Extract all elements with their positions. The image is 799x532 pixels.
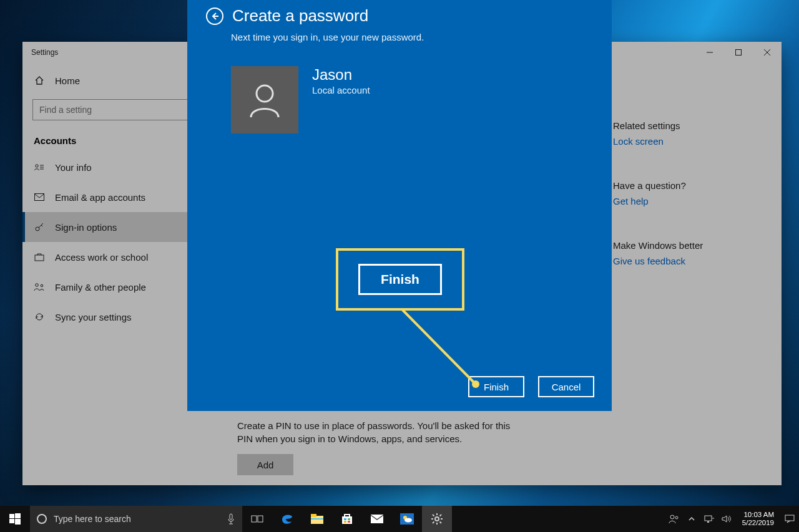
edge-icon[interactable] <box>272 506 302 532</box>
briefcase-icon <box>34 253 45 261</box>
svg-rect-19 <box>15 519 21 525</box>
sidebar-item-label: Email & app accounts <box>55 192 145 203</box>
sidebar-item-label: Sign-in options <box>55 222 117 233</box>
svg-line-42 <box>440 522 442 524</box>
svg-point-13 <box>257 85 273 102</box>
volume-tray-icon[interactable] <box>720 515 733 523</box>
action-center-icon[interactable] <box>783 515 797 523</box>
have-question-heading: Have a question? <box>613 180 757 191</box>
mail-app-icon[interactable] <box>362 506 392 532</box>
taskbar-search[interactable]: Type here to search <box>30 506 242 532</box>
settings-rightpane: Related settings Lock screen Have a ques… <box>613 63 757 467</box>
system-tray: 10:03 AM 5/22/2019 <box>667 506 799 532</box>
pin-description-line2: PIN when you sign in to Windows, apps, a… <box>237 432 562 445</box>
lock-screen-link[interactable]: Lock screen <box>613 136 757 147</box>
svg-rect-28 <box>344 518 346 520</box>
settings-window-title: Settings <box>31 48 58 57</box>
user-avatar <box>231 66 298 133</box>
svg-rect-29 <box>348 518 350 520</box>
svg-rect-48 <box>707 521 709 523</box>
svg-point-35 <box>404 518 412 523</box>
svg-rect-18 <box>9 519 14 523</box>
svg-rect-27 <box>342 516 352 524</box>
mail-icon <box>34 193 45 201</box>
svg-rect-22 <box>252 516 257 522</box>
svg-point-20 <box>37 515 46 523</box>
svg-point-45 <box>670 515 674 519</box>
weather-app-icon[interactable] <box>392 506 422 532</box>
home-icon <box>34 75 45 85</box>
cortana-icon <box>36 513 47 525</box>
back-button[interactable] <box>206 7 223 25</box>
svg-rect-17 <box>15 513 21 518</box>
user-account-type: Local account <box>312 85 370 95</box>
store-icon[interactable] <box>332 506 362 532</box>
svg-point-11 <box>36 284 39 287</box>
callout-highlight: Finish <box>336 248 464 311</box>
svg-line-41 <box>433 515 434 516</box>
svg-rect-23 <box>258 516 263 522</box>
create-password-dialog: Create a password Next time you sign in,… <box>187 0 612 411</box>
svg-rect-8 <box>35 194 44 201</box>
svg-rect-21 <box>230 514 232 520</box>
sidebar-item-label: Family & other people <box>55 282 146 293</box>
sidebar-item-label: Your info <box>55 162 92 173</box>
close-button[interactable] <box>753 42 782 63</box>
dialog-subtitle: Next time you sign in, use your new pass… <box>231 32 593 42</box>
settings-app-icon[interactable] <box>422 506 452 532</box>
make-windows-better-heading: Make Windows better <box>613 240 757 251</box>
svg-point-4 <box>36 165 38 167</box>
maximize-button[interactable] <box>724 42 753 63</box>
taskbar-search-placeholder: Type here to search <box>54 514 131 524</box>
svg-rect-26 <box>311 518 323 520</box>
svg-rect-32 <box>371 515 383 523</box>
file-explorer-icon[interactable] <box>302 506 332 532</box>
taskbar: Type here to search <box>0 506 799 532</box>
svg-rect-30 <box>344 521 346 523</box>
window-controls <box>695 42 782 63</box>
callout-finish-button: Finish <box>358 264 442 295</box>
pin-section: Create a PIN to use in place of password… <box>237 419 562 475</box>
microphone-icon[interactable] <box>227 513 235 525</box>
taskbar-pinned <box>242 506 452 532</box>
sidebar-item-label: Access work or school <box>55 252 148 263</box>
add-pin-button[interactable]: Add <box>237 454 293 475</box>
svg-line-43 <box>440 515 442 516</box>
person-card-icon <box>34 163 45 172</box>
people-tray-icon[interactable] <box>667 514 681 524</box>
minimize-button[interactable] <box>695 42 724 63</box>
svg-rect-1 <box>736 50 742 56</box>
svg-rect-25 <box>311 514 316 517</box>
svg-rect-10 <box>35 255 44 261</box>
tray-clock[interactable]: 10:03 AM 5/22/2019 <box>737 511 779 527</box>
sync-icon <box>34 312 45 322</box>
svg-rect-47 <box>705 516 712 521</box>
finish-button[interactable]: Finish <box>468 376 524 397</box>
svg-rect-31 <box>348 521 350 523</box>
settings-search-input[interactable] <box>32 99 212 120</box>
svg-rect-16 <box>9 514 14 518</box>
svg-line-44 <box>433 522 434 524</box>
svg-point-12 <box>41 284 43 287</box>
related-settings-heading: Related settings <box>613 120 757 131</box>
dialog-title: Create a password <box>232 6 368 26</box>
give-feedback-link[interactable]: Give us feedback <box>613 256 757 266</box>
cancel-button[interactable]: Cancel <box>538 376 594 397</box>
get-help-link[interactable]: Get help <box>613 196 757 206</box>
tray-time: 10:03 AM <box>742 511 774 519</box>
pin-description-line1: Create a PIN to use in place of password… <box>237 419 562 432</box>
svg-rect-49 <box>785 515 794 521</box>
network-tray-icon[interactable] <box>702 515 716 523</box>
task-view-button[interactable] <box>242 506 272 532</box>
sidebar-item-label: Sync your settings <box>55 312 132 322</box>
user-name: Jason <box>312 66 370 84</box>
people-icon <box>34 283 45 291</box>
start-button[interactable] <box>0 506 30 532</box>
key-icon <box>34 222 45 232</box>
svg-point-36 <box>435 517 439 521</box>
sidebar-home-label: Home <box>55 75 80 86</box>
tray-overflow-icon[interactable] <box>685 515 699 523</box>
tray-date: 5/22/2019 <box>742 519 774 527</box>
svg-point-46 <box>675 516 678 519</box>
